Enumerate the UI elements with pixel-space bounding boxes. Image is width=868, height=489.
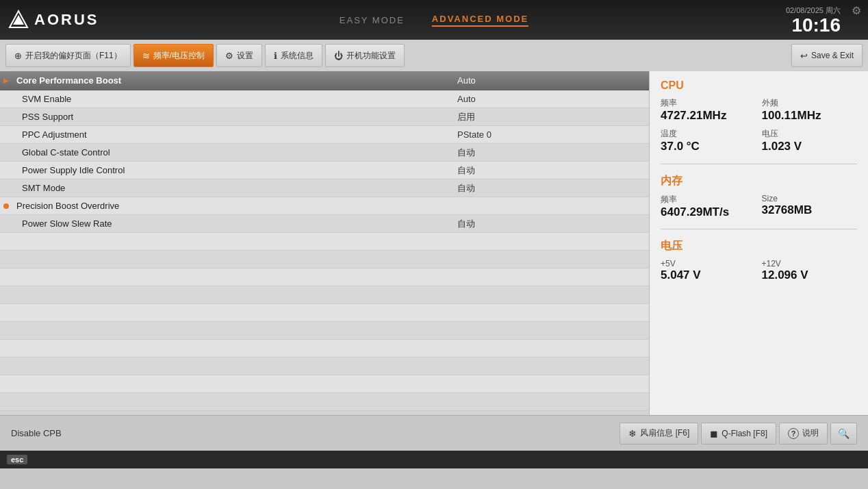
cpu-temp-value: 37.0 °C <box>661 140 756 153</box>
table-row-header[interactable]: ▶ Core Performance Boost Auto <box>0 71 649 90</box>
datetime-area: 02/08/2025 周六 10:16 <box>786 5 841 35</box>
v12-info: +12V 12.096 V <box>762 259 858 282</box>
sysinfo-label: 系统信息 <box>281 50 314 62</box>
empty-row <box>0 304 649 322</box>
power-section-title: 电压 <box>661 239 857 253</box>
row-name: PSS Support <box>12 112 457 122</box>
table-row[interactable]: PSS Support 启用 <box>0 108 649 126</box>
row-indicator: ▶ <box>0 71 12 90</box>
row-value: 自动 <box>457 182 649 195</box>
settings-nav-icon: ⚙ <box>225 51 233 61</box>
advanced-mode-button[interactable]: ADVANCED MODE <box>432 14 528 27</box>
search-button[interactable]: 🔍 <box>830 423 857 444</box>
sysinfo-icon: ℹ <box>274 51 277 61</box>
v12-value: 12.096 V <box>762 268 858 282</box>
table-row[interactable]: PPC Adjustment PState 0 <box>0 126 649 144</box>
freq-voltage-icon: ≋ <box>142 51 150 61</box>
qflash-icon: ◼ <box>710 428 718 439</box>
save-exit-button[interactable]: ↩ Save & Exit <box>791 44 863 67</box>
v12-label: +12V <box>762 259 858 268</box>
freq-voltage-button[interactable]: ≋ 频率/电压控制 <box>133 44 214 67</box>
favorites-button[interactable]: ⊕ 开启我的偏好页面（F11） <box>5 44 131 67</box>
mem-size: Size 32768MB <box>762 194 858 219</box>
cpu-ext-freq-value: 100.11MHz <box>762 109 858 123</box>
help-label: 说明 <box>802 427 819 439</box>
orange-dot-icon <box>3 203 9 209</box>
settings-panel: ▶ Core Performance Boost Auto SVM Enable… <box>0 71 649 415</box>
row-name: SMT Mode <box>12 183 457 193</box>
row-value: Auto <box>457 94 649 104</box>
cpu-volt-value: 1.023 V <box>762 140 858 153</box>
table-row[interactable]: SMT Mode 自动 <box>0 179 649 197</box>
row-header-name: Core Performance Boost <box>12 75 457 86</box>
table-row[interactable]: Power Slow Slew Rate 自动 <box>0 215 649 233</box>
qflash-button[interactable]: ◼ Q-Flash [F8] <box>701 423 776 444</box>
main-content: ▶ Core Performance Boost Auto SVM Enable… <box>0 71 868 415</box>
time-text: 10:16 <box>791 16 841 35</box>
mem-freq-value: 6407.29MT/s <box>661 205 756 219</box>
cpu-volt: 电压 1.023 V <box>762 128 858 153</box>
right-info-panel: CPU 频率 4727.21MHz 外频 100.11MHz 温度 37.0 °… <box>649 71 868 415</box>
empty-row <box>0 322 649 340</box>
cpu-freq-label-text: 频率 <box>661 97 756 109</box>
cpu-ext-freq: 外频 100.11MHz <box>762 97 858 123</box>
table-row[interactable]: Precision Boost Overdrive <box>0 197 649 215</box>
esc-bar: esc <box>0 451 868 468</box>
svg-marker-1 <box>13 15 24 25</box>
row-name: Power Supply Idle Control <box>12 165 457 175</box>
settings-button[interactable]: ⚙ 设置 <box>216 44 262 67</box>
empty-row <box>0 393 649 411</box>
footer-description: Disable CPB <box>11 428 62 438</box>
mem-freq-label: 频率 <box>661 194 756 205</box>
settings-table: ▶ Core Performance Boost Auto SVM Enable… <box>0 71 649 411</box>
empty-row <box>0 286 649 304</box>
save-exit-label: Save & Exit <box>811 51 854 60</box>
header: AORUS EASY MODE ADVANCED MODE 02/08/2025… <box>0 0 868 40</box>
cpu-volt-label: 电压 <box>762 128 858 140</box>
row-value: 自动 <box>457 218 649 230</box>
v5-label: +5V <box>661 259 756 268</box>
mem-size-label: Size <box>762 194 858 203</box>
esc-key[interactable]: esc <box>7 455 27 464</box>
favorites-label: 开启我的偏好页面（F11） <box>25 50 122 62</box>
sysinfo-button[interactable]: ℹ 系统信息 <box>265 44 322 67</box>
row-name: PPC Adjustment <box>12 129 457 140</box>
boot-settings-button[interactable]: ⏻ 开机功能设置 <box>325 44 405 67</box>
empty-row <box>0 233 649 251</box>
cpu-section-title: CPU <box>661 79 857 92</box>
mode-area: EASY MODE ADVANCED MODE <box>340 14 528 27</box>
save-exit-icon: ↩ <box>800 51 808 61</box>
help-button[interactable]: ? 说明 <box>779 423 828 444</box>
power-section: 电压 +5V 5.047 V +12V 12.096 V <box>661 239 857 282</box>
row-value: 启用 <box>457 111 649 123</box>
cpu-temp-label: 温度 <box>661 128 756 140</box>
empty-row <box>0 268 649 286</box>
row-header-value: Auto <box>457 75 649 86</box>
help-icon: ? <box>788 428 799 439</box>
cpu-freq-value: 4727.21MHz <box>661 109 756 123</box>
collapse-icon: ▶ <box>3 77 9 84</box>
table-row[interactable]: SVM Enable Auto <box>0 90 649 108</box>
row-value: PState 0 <box>457 129 649 140</box>
mem-section: 内存 频率 6407.29MT/s Size 32768MB <box>661 174 857 229</box>
row-name: SVM Enable <box>12 94 457 104</box>
table-row[interactable]: Global C-state Control 自动 <box>0 144 649 162</box>
cpu-temp: 温度 37.0 °C <box>661 128 756 153</box>
settings-icon[interactable]: ⚙ <box>852 4 861 17</box>
fan-info-button[interactable]: ❄ 风扇信息 [F6] <box>620 423 698 444</box>
empty-row <box>0 340 649 358</box>
fan-label: 风扇信息 [F6] <box>640 427 689 439</box>
mem-section-title: 内存 <box>661 174 857 188</box>
logo-area: AORUS <box>8 10 99 30</box>
row-name: Power Slow Slew Rate <box>12 218 457 229</box>
qflash-label: Q-Flash [F8] <box>722 429 767 438</box>
freq-voltage-label: 频率/电压控制 <box>153 50 205 62</box>
row-name: Precision Boost Overdrive <box>12 201 457 211</box>
cpu-freq-label: 频率 4727.21MHz <box>661 97 756 123</box>
logo-text: AORUS <box>34 11 99 29</box>
table-row[interactable]: Power Supply Idle Control 自动 <box>0 162 649 179</box>
cpu-ext-freq-label: 外频 <box>762 97 858 109</box>
empty-row <box>0 251 649 268</box>
navbar: ⊕ 开启我的偏好页面（F11） ≋ 频率/电压控制 ⚙ 设置 ℹ 系统信息 ⏻ … <box>0 40 868 71</box>
easy-mode-button[interactable]: EASY MODE <box>340 15 405 25</box>
